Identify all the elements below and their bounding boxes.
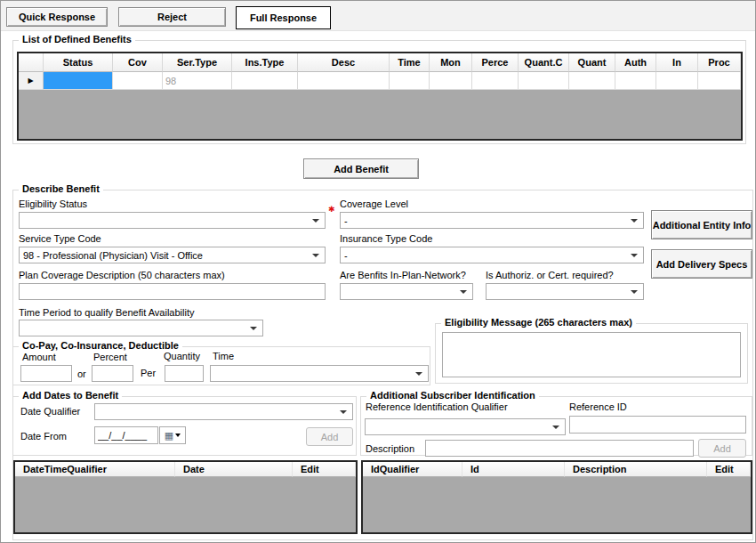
column-header-cov[interactable]: Cov <box>113 53 163 72</box>
copay-time-label: Time <box>213 351 234 361</box>
cell-status selected-cell[interactable] <box>44 72 113 90</box>
service-type-code-value: 98 - Professional (Physician) Visit - Of… <box>23 250 203 261</box>
copay-time-select[interactable] <box>210 365 429 382</box>
additional-entity-info-button[interactable]: Additional Entity Info <box>651 210 752 239</box>
tab-full-response-label: Full Response <box>250 12 317 23</box>
date-picker-button[interactable]: ▦ <box>159 426 186 444</box>
chevron-down-icon <box>312 254 319 257</box>
cell-perce[interactable] <box>472 72 519 90</box>
eligibility-status-select[interactable] <box>19 212 326 229</box>
coverage-level-label: Coverage Level <box>340 199 408 209</box>
tab-quick-response[interactable]: Quick Response <box>6 7 108 27</box>
percent-input[interactable] <box>92 365 133 382</box>
chevron-down-icon <box>250 327 257 330</box>
amount-label: Amount <box>22 352 56 362</box>
cell-auth[interactable] <box>615 72 656 90</box>
cell-in[interactable] <box>656 72 698 90</box>
column-header-datetimequalifier[interactable]: DateTimeQualifier <box>15 462 175 477</box>
additional-subscriber-title: Additional Subscriber Identification <box>366 390 539 401</box>
cell-desc[interactable] <box>298 72 390 90</box>
column-header-quant-c[interactable]: Quant.C <box>519 53 569 72</box>
column-header-idqualifier[interactable]: IdQualifier <box>363 462 462 477</box>
add-benefit-button[interactable]: Add Benefit <box>303 158 419 179</box>
time-period-label: Time Period to qualify Benefit Availabil… <box>19 307 195 318</box>
benefits-grid: Status Cov Ser.Type Ins.Type Desc Time M… <box>17 52 743 141</box>
chevron-down-icon <box>340 410 347 414</box>
calendar-icon: ▦ <box>165 431 173 441</box>
chevron-down-icon <box>415 372 422 376</box>
cell-quant-c[interactable] <box>519 72 569 90</box>
column-header-in[interactable]: In <box>656 53 698 72</box>
quantity-label: Quantity <box>164 351 200 361</box>
column-header-perce[interactable]: Perce <box>472 53 519 72</box>
column-header-edit[interactable]: Edit <box>293 462 356 477</box>
insurance-type-code-select[interactable]: - <box>340 247 644 263</box>
coverage-level-select[interactable]: - <box>340 212 644 229</box>
benefits-grid-header: Status Cov Ser.Type Ins.Type Desc Time M… <box>19 53 741 72</box>
date-from-label: Date From <box>20 431 67 442</box>
column-header-mon[interactable]: Mon <box>430 53 472 72</box>
cell-quant[interactable] <box>569 72 615 90</box>
reference-id-input[interactable] <box>569 416 746 434</box>
cell-mon[interactable] <box>430 72 472 90</box>
column-header-description[interactable]: Description <box>565 462 707 477</box>
chevron-down-icon <box>552 425 559 429</box>
insurance-type-code-label: Insurance Type Code <box>340 233 432 244</box>
additional-entity-info-label: Additional Entity Info <box>653 220 752 231</box>
date-from-input[interactable] <box>94 426 158 444</box>
add-subscriber-id-button[interactable]: Add <box>698 439 746 458</box>
copay-group-title: Co-Pay, Co-Insurance, Deductible <box>19 340 182 351</box>
column-header-rowselector[interactable] <box>19 53 44 72</box>
service-type-code-select[interactable]: 98 - Professional (Physician) Visit - Of… <box>19 247 326 263</box>
add-delivery-specs-button[interactable]: Add Delivery Specs <box>651 249 752 279</box>
in-plan-network-select[interactable] <box>340 283 473 300</box>
eligibility-status-label: Eligibility Status <box>19 199 87 209</box>
cell-time[interactable] <box>390 72 430 90</box>
add-date-button-label: Add <box>321 432 339 442</box>
chevron-down-icon <box>631 290 638 294</box>
column-header-proc[interactable]: Proc <box>698 53 741 72</box>
column-header-id[interactable]: Id <box>462 462 565 477</box>
column-header-edit[interactable]: Edit <box>707 462 751 477</box>
column-header-ser-type[interactable]: Ser.Type <box>163 53 232 72</box>
authorization-required-select[interactable] <box>486 283 644 300</box>
ids-grid: IdQualifier Id Description Edit <box>361 460 752 534</box>
add-delivery-specs-label: Add Delivery Specs <box>656 259 748 270</box>
column-header-time[interactable]: Time <box>390 53 430 72</box>
plan-coverage-description-input[interactable] <box>19 283 326 300</box>
chevron-down-icon <box>312 219 319 223</box>
required-asterisk-icon: ✱ <box>328 206 335 214</box>
eligibility-message-textarea[interactable] <box>442 332 741 377</box>
describe-benefit-title: Describe Benefit <box>19 183 103 194</box>
column-header-desc[interactable]: Desc <box>298 53 390 72</box>
chevron-down-icon <box>175 434 181 437</box>
full-response-window: Quick Response Reject Full Response List… <box>0 0 756 543</box>
description-input[interactable] <box>425 440 694 457</box>
time-period-select[interactable] <box>19 320 263 336</box>
tab-reject-label: Reject <box>157 12 187 22</box>
add-dates-group-title: Add Dates to Benefit <box>19 390 122 401</box>
tab-reject[interactable]: Reject <box>118 7 226 27</box>
quantity-input[interactable] <box>165 365 204 382</box>
add-benefit-button-label: Add Benefit <box>334 164 389 174</box>
column-header-ins-type[interactable]: Ins.Type <box>232 53 298 72</box>
reference-id-label: Reference ID <box>569 401 627 412</box>
tab-full-response[interactable]: Full Response <box>236 6 331 29</box>
column-header-quant[interactable]: Quant <box>569 53 615 72</box>
chevron-down-icon <box>631 254 638 257</box>
cell-ser-type[interactable]: 98 <box>163 72 232 90</box>
chevron-down-icon <box>631 219 638 223</box>
table-row: ▶ 98 <box>19 72 741 90</box>
column-header-auth[interactable]: Auth <box>615 53 656 72</box>
amount-input[interactable] <box>20 365 72 382</box>
add-subscriber-id-button-label: Add <box>713 443 731 454</box>
date-qualifier-select[interactable] <box>94 403 353 420</box>
cell-proc[interactable] <box>698 72 741 90</box>
reference-qualifier-select[interactable] <box>365 418 566 435</box>
add-date-button[interactable]: Add <box>306 427 353 446</box>
column-header-status[interactable]: Status <box>44 53 113 72</box>
row-selector[interactable]: ▶ <box>19 72 44 90</box>
cell-cov[interactable] <box>113 72 163 90</box>
cell-ins-type[interactable] <box>232 72 298 90</box>
column-header-date[interactable]: Date <box>175 462 293 477</box>
